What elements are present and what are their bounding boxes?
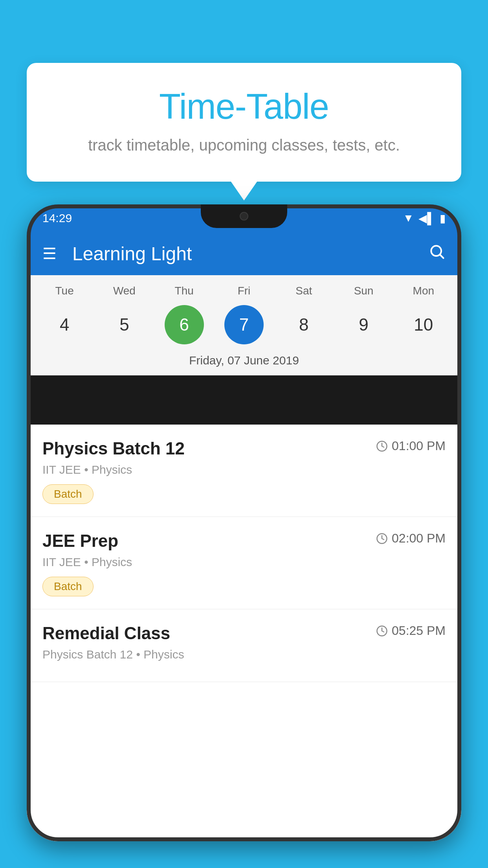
schedule-item-1-header: JEE Prep 02:00 PM: [42, 531, 446, 551]
schedule-item-2-time: 05:25 PM: [376, 623, 446, 638]
schedule-item-2-title: Remedial Class: [42, 623, 170, 643]
selected-date-label: Friday, 07 June 2019: [27, 351, 461, 375]
day-label-tue: Tue: [45, 285, 84, 297]
schedule-item-1-time: 02:00 PM: [376, 531, 446, 546]
day-label-sat: Sat: [284, 285, 323, 297]
schedule-list: Physics Batch 12 01:00 PM IIT JEE • Phys…: [27, 425, 461, 841]
hamburger-icon[interactable]: ☰: [42, 245, 57, 263]
schedule-item-1-title: JEE Prep: [42, 531, 118, 551]
clock-icon-2: [376, 625, 388, 637]
batch-badge-1: Batch: [42, 577, 94, 596]
status-time: 14:29: [42, 211, 72, 225]
signal-icon: ◀▌: [418, 212, 435, 225]
batch-badge-0: Batch: [42, 484, 94, 504]
search-icon[interactable]: [428, 243, 446, 264]
calendar-days-header: Tue Wed Thu Fri Sat Sun Mon: [27, 275, 461, 302]
status-icons: ▼ ◀▌ ▮: [403, 212, 446, 225]
day-label-wed: Wed: [105, 285, 144, 297]
schedule-item-1-subtitle: IIT JEE • Physics: [42, 555, 446, 569]
schedule-item-1[interactable]: JEE Prep 02:00 PM IIT JEE • Physics Batc…: [27, 517, 461, 609]
date-5[interactable]: 5: [105, 305, 144, 344]
date-7-selected[interactable]: 7: [224, 305, 264, 344]
camera: [240, 212, 248, 221]
schedule-item-0-header: Physics Batch 12 01:00 PM: [42, 439, 446, 458]
phone-frame: 14:29 ▼ ◀▌ ▮ ☰ Learning Light Tue Wed: [27, 204, 461, 841]
tooltip-subtitle: track timetable, upcoming classes, tests…: [58, 136, 430, 154]
date-9[interactable]: 9: [344, 305, 383, 344]
svg-line-1: [440, 255, 444, 258]
schedule-item-2-header: Remedial Class 05:25 PM: [42, 623, 446, 643]
clock-icon-1: [376, 533, 388, 544]
wifi-icon: ▼: [403, 212, 414, 224]
app-bar: ☰ Learning Light: [27, 232, 461, 275]
day-label-fri: Fri: [224, 285, 264, 297]
tooltip-title: Time-Table: [58, 86, 430, 127]
schedule-item-0-time: 01:00 PM: [376, 439, 446, 453]
date-10[interactable]: 10: [404, 305, 443, 344]
calendar-dates: 4 5 6 7 8 9 10: [27, 302, 461, 351]
notch: [201, 204, 287, 228]
schedule-item-2[interactable]: Remedial Class 05:25 PM Physics Batch 12…: [27, 609, 461, 682]
schedule-item-0-subtitle: IIT JEE • Physics: [42, 463, 446, 476]
calendar-section: Tue Wed Thu Fri Sat Sun Mon 4 5 6 7 8 9 …: [27, 275, 461, 375]
app-title: Learning Light: [72, 243, 428, 265]
day-label-sun: Sun: [344, 285, 383, 297]
date-6-today[interactable]: 6: [165, 305, 204, 344]
date-4[interactable]: 4: [45, 305, 84, 344]
phone-container: 14:29 ▼ ◀▌ ▮ ☰ Learning Light Tue Wed: [27, 204, 461, 868]
battery-icon: ▮: [440, 212, 446, 225]
clock-icon-0: [376, 440, 388, 452]
day-label-thu: Thu: [165, 285, 204, 297]
date-8[interactable]: 8: [284, 305, 323, 344]
schedule-item-0-title: Physics Batch 12: [42, 439, 185, 458]
schedule-item-2-subtitle: Physics Batch 12 • Physics: [42, 648, 446, 661]
tooltip-card: Time-Table track timetable, upcoming cla…: [27, 63, 461, 182]
day-label-mon: Mon: [404, 285, 443, 297]
schedule-item-0[interactable]: Physics Batch 12 01:00 PM IIT JEE • Phys…: [27, 425, 461, 517]
